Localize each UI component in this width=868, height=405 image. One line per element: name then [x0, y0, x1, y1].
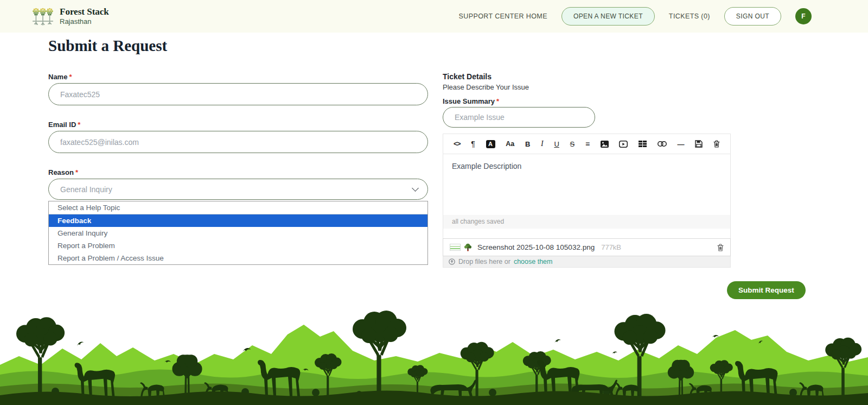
editor-save-status: all changes saved — [443, 215, 731, 229]
header: Forest Stack Rajasthan SUPPORT CENTER HO… — [0, 0, 868, 33]
brand-title: Forest Stack — [60, 7, 109, 17]
file-dropzone[interactable]: Drop files here or choose them — [443, 256, 731, 268]
open-new-ticket-button[interactable]: OPEN A NEW TICKET — [561, 7, 655, 26]
attachment-thumbnail-screenshot — [450, 244, 461, 251]
horizontal-rule-icon[interactable]: — — [678, 140, 685, 148]
reason-option-highlighted[interactable]: Feedback — [49, 214, 427, 227]
bullet-list-icon[interactable]: ≡ — [585, 140, 590, 148]
chevron-down-icon — [412, 185, 419, 192]
attachment-thumbnail-preview — [464, 243, 472, 251]
insert-link-icon[interactable] — [658, 141, 667, 147]
reason-label: Reason* — [48, 168, 78, 176]
name-input[interactable] — [48, 83, 428, 105]
name-label-text: Name — [48, 73, 67, 81]
attachment-filename: Screenshot 2025-10-08 105032.png — [477, 243, 595, 251]
code-icon[interactable]: <> — [454, 140, 461, 148]
email-label-text: Email ID — [48, 121, 76, 129]
italic-icon[interactable]: I — [541, 140, 544, 148]
editor-spacer — [443, 229, 731, 238]
attachment-size: 777kB — [601, 243, 621, 251]
issue-summary-label-text: Issue Summary — [443, 97, 495, 105]
strikethrough-icon[interactable]: S — [570, 140, 575, 148]
font-size-icon[interactable]: Aa — [506, 140, 514, 148]
email-input[interactable] — [48, 131, 428, 153]
submit-request-button[interactable]: Submit Request — [727, 281, 806, 299]
ticket-details-subtitle: Please Describe Your Issue — [443, 83, 529, 91]
forest-stack-logo-icon — [31, 4, 54, 28]
reason-select[interactable]: General Inquiry — [48, 179, 428, 200]
trash-icon[interactable] — [713, 140, 720, 148]
required-asterisk: * — [69, 73, 72, 81]
paragraph-icon[interactable]: ¶ — [471, 140, 475, 148]
choose-files-link[interactable]: choose them — [514, 258, 553, 265]
required-asterisk: * — [496, 97, 499, 105]
sign-out-button[interactable]: SIGN OUT — [724, 7, 781, 26]
bold-icon[interactable]: B — [525, 140, 530, 148]
reason-option[interactable]: Report a Problem / Access Issue — [49, 252, 427, 264]
description-textarea[interactable]: Example Description — [443, 154, 731, 215]
email-label: Email ID* — [48, 121, 80, 129]
reason-option[interactable]: General Inquiry — [49, 227, 427, 239]
save-icon[interactable] — [695, 140, 703, 148]
dropzone-text: Drop files here or — [458, 258, 510, 265]
reason-selected-value: General Inquiry — [60, 185, 112, 194]
ticket-details-title: Ticket Details — [443, 72, 492, 81]
editor-toolbar: <> ¶ A Aa B I U S ≡ — — [443, 134, 731, 154]
brand-subtitle: Rajasthan — [60, 18, 109, 26]
nav-support-center-home[interactable]: SUPPORT CENTER HOME — [459, 12, 547, 20]
insert-image-icon[interactable] — [601, 141, 609, 148]
reason-option[interactable]: Report a Problem — [49, 239, 427, 252]
required-asterisk: * — [75, 168, 78, 176]
nav-tickets[interactable]: TICKETS (0) — [669, 12, 710, 20]
required-asterisk: * — [78, 121, 80, 129]
header-nav: SUPPORT CENTER HOME OPEN A NEW TICKET TI… — [459, 7, 812, 26]
reason-label-text: Reason — [48, 168, 74, 176]
insert-table-icon[interactable] — [639, 141, 647, 147]
forest-footer-illustration — [0, 304, 868, 405]
name-label: Name* — [48, 73, 72, 81]
issue-summary-label: Issue Summary* — [443, 97, 499, 105]
reason-dropdown: Select a Help Topic Feedback General Inq… — [48, 201, 428, 265]
font-color-icon[interactable]: A — [486, 140, 495, 148]
user-avatar[interactable]: F — [795, 8, 812, 24]
page-title: Submit a Request — [48, 37, 167, 55]
underline-icon[interactable]: U — [554, 140, 559, 148]
brand-link[interactable]: Forest Stack Rajasthan — [31, 4, 109, 28]
issue-summary-input[interactable] — [443, 107, 595, 128]
attachment-delete-icon[interactable] — [717, 244, 724, 251]
insert-video-icon[interactable] — [619, 141, 628, 148]
reason-option[interactable]: Select a Help Topic — [49, 201, 427, 214]
description-editor: <> ¶ A Aa B I U S ≡ — Example Descriptio… — [443, 134, 731, 268]
upload-icon — [449, 258, 455, 265]
attachment-row: Screenshot 2025-10-08 105032.png 777kB — [443, 238, 731, 256]
